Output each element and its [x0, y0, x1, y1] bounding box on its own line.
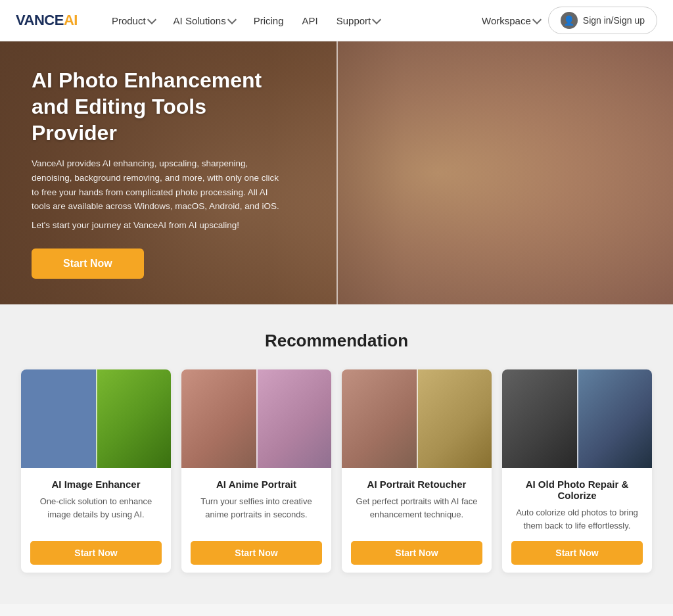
avatar-icon: 👤 — [561, 12, 578, 29]
recommendation-grid: AI Image Enhancer One-click solution to … — [21, 369, 652, 573]
card-ai-anime-portrait: AI Anime Portrait Turn your selfies into… — [181, 369, 331, 573]
card-name-anime: AI Anime Portrait — [191, 479, 322, 490]
hero-sub-text: Let's start your journey at VanceAI from… — [32, 220, 284, 230]
card-divider — [256, 369, 258, 468]
hero-content: AI Photo Enhancement and Editing Tools P… — [0, 67, 315, 278]
hero-divider — [336, 41, 338, 304]
card-divider — [96, 369, 97, 468]
logo[interactable]: VANCE AI — [16, 12, 78, 29]
card-body-enhancer: AI Image Enhancer One-click solution to … — [21, 468, 171, 573]
card-img-left — [21, 369, 96, 468]
card-name-repair: AI Old Photo Repair & Colorize — [511, 479, 643, 501]
nav-item-ai-solutions[interactable]: AI Solutions — [166, 10, 243, 32]
card-img-right — [96, 369, 171, 468]
navbar: VANCE AI Product AI Solutions Pricing AP… — [0, 0, 673, 41]
chevron-down-icon — [372, 14, 381, 24]
card-cta-anime[interactable]: Start Now — [191, 541, 322, 565]
card-img-right — [417, 369, 492, 468]
card-img-left — [181, 369, 256, 468]
card-name-retoucher: AI Portrait Retoucher — [351, 479, 482, 490]
workspace-label: Workspace — [482, 15, 531, 26]
card-ai-portrait-retoucher: AI Portrait Retoucher Get perfect portra… — [342, 369, 492, 573]
card-ai-old-photo-repair: AI Old Photo Repair & Colorize Auto colo… — [502, 369, 652, 573]
nav-label-support: Support — [336, 15, 371, 26]
card-cta-repair[interactable]: Start Now — [511, 541, 643, 565]
card-body-retoucher: AI Portrait Retoucher Get perfect portra… — [342, 468, 492, 573]
card-image-repair — [502, 369, 652, 468]
card-name-enhancer: AI Image Enhancer — [30, 479, 162, 490]
card-ai-image-enhancer: AI Image Enhancer One-click solution to … — [21, 369, 171, 573]
nav-label-product: Product — [112, 15, 146, 26]
recommendation-section: Recommendation AI Image Enhancer One-cli… — [0, 304, 673, 604]
nav-label-api: API — [302, 15, 318, 26]
chevron-down-icon — [532, 14, 542, 24]
card-cta-enhancer[interactable]: Start Now — [30, 541, 162, 565]
signin-label: Sign in/Sign up — [583, 15, 645, 26]
nav-item-pricing[interactable]: Pricing — [246, 10, 292, 32]
card-img-left — [502, 369, 577, 468]
nav-label-pricing: Pricing — [254, 15, 284, 26]
nav-item-product[interactable]: Product — [104, 10, 163, 32]
hero-start-now-button[interactable]: Start Now — [32, 249, 144, 279]
workspace-button[interactable]: Workspace — [482, 15, 540, 26]
hero-title: AI Photo Enhancement and Editing Tools P… — [32, 67, 284, 146]
card-desc-anime: Turn your selfies into creative anime po… — [191, 495, 322, 532]
nav-item-support[interactable]: Support — [329, 10, 388, 32]
card-body-anime: AI Anime Portrait Turn your selfies into… — [181, 468, 331, 573]
nav-right: Workspace 👤 Sign in/Sign up — [482, 7, 657, 34]
card-desc-enhancer: One-click solution to enhance image deta… — [30, 495, 162, 532]
card-desc-retoucher: Get perfect portraits with AI face enhan… — [351, 495, 482, 532]
card-image-enhancer — [21, 369, 171, 468]
nav-label-ai-solutions: AI Solutions — [174, 15, 226, 26]
signin-button[interactable]: 👤 Sign in/Sign up — [548, 7, 657, 34]
chevron-down-icon — [147, 14, 156, 24]
nav-item-api[interactable]: API — [294, 10, 326, 32]
recommendation-title: Recommendation — [21, 331, 652, 351]
card-img-right — [577, 369, 652, 468]
logo-ai: AI — [64, 12, 78, 29]
card-img-right — [256, 369, 331, 468]
hero-section: AI Photo Enhancement and Editing Tools P… — [0, 41, 673, 304]
card-divider — [577, 369, 578, 468]
card-divider — [417, 369, 418, 468]
card-image-retoucher — [342, 369, 492, 468]
nav-links: Product AI Solutions Pricing API Support — [104, 10, 466, 32]
card-body-repair: AI Old Photo Repair & Colorize Auto colo… — [502, 468, 652, 573]
hero-description: VanceAI provides AI enhancing, upscaling… — [32, 156, 284, 213]
chevron-down-icon — [227, 14, 237, 24]
card-image-anime — [181, 369, 331, 468]
card-img-left — [342, 369, 417, 468]
card-desc-repair: Auto colorize old photos to bring them b… — [511, 506, 643, 532]
card-cta-retoucher[interactable]: Start Now — [351, 541, 482, 565]
logo-vance: VANCE — [16, 12, 64, 29]
